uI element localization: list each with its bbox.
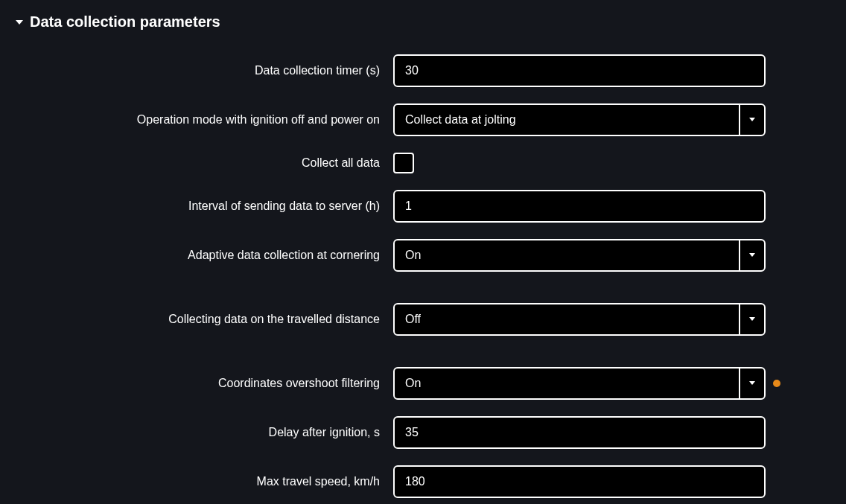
row-adaptive-cornering: Adaptive data collection at cornering On xyxy=(15,239,831,272)
chevron-down-icon[interactable] xyxy=(739,304,764,334)
section-header[interactable]: Data collection parameters xyxy=(15,13,831,31)
svg-marker-4 xyxy=(749,381,755,385)
input-max-travel-speed[interactable] xyxy=(393,465,766,498)
input-data-collection-timer[interactable] xyxy=(393,54,766,87)
select-adaptive-cornering[interactable]: On xyxy=(393,239,766,272)
row-collect-all-data: Collect all data xyxy=(15,153,831,173)
label-adaptive-cornering: Adaptive data collection at cornering xyxy=(15,249,393,262)
label-delay-after-ignition: Delay after ignition, s xyxy=(15,426,393,439)
row-delay-after-ignition: Delay after ignition, s xyxy=(15,416,831,449)
settings-panel: Data collection parameters Data collecti… xyxy=(0,0,846,498)
select-travelled-distance-value[interactable]: Off xyxy=(395,304,739,334)
select-travelled-distance[interactable]: Off xyxy=(393,303,766,336)
svg-marker-3 xyxy=(749,317,755,321)
label-interval-sending: Interval of sending data to server (h) xyxy=(15,200,393,213)
label-collect-all-data: Collect all data xyxy=(15,156,393,170)
select-operation-mode[interactable]: Collect data at jolting xyxy=(393,103,766,136)
row-max-travel-speed: Max travel speed, km/h xyxy=(15,465,831,498)
svg-marker-0 xyxy=(16,20,23,25)
chevron-down-icon[interactable] xyxy=(739,240,764,270)
row-interval-sending: Interval of sending data to server (h) xyxy=(15,190,831,223)
chevron-down-icon[interactable] xyxy=(739,105,764,135)
svg-marker-2 xyxy=(749,253,755,257)
select-adaptive-cornering-value[interactable]: On xyxy=(395,240,739,270)
changed-indicator-icon xyxy=(773,380,780,387)
label-operation-mode: Operation mode with ignition off and pow… xyxy=(15,113,393,127)
row-data-collection-timer: Data collection timer (s) xyxy=(15,54,831,87)
input-delay-after-ignition[interactable] xyxy=(393,416,766,449)
select-overshoot-filtering-value[interactable]: On xyxy=(395,369,739,398)
label-max-travel-speed: Max travel speed, km/h xyxy=(15,475,393,488)
form-rows: Data collection timer (s) Operation mode… xyxy=(15,54,831,498)
chevron-down-icon[interactable] xyxy=(739,369,764,398)
select-overshoot-filtering[interactable]: On xyxy=(393,367,766,400)
checkbox-collect-all-data[interactable] xyxy=(393,153,414,173)
row-travelled-distance: Collecting data on the travelled distanc… xyxy=(15,303,831,336)
select-operation-mode-value[interactable]: Collect data at jolting xyxy=(395,105,739,135)
input-interval-sending[interactable] xyxy=(393,190,766,223)
label-data-collection-timer: Data collection timer (s) xyxy=(15,64,393,77)
label-travelled-distance: Collecting data on the travelled distanc… xyxy=(15,313,393,326)
label-overshoot-filtering: Coordinates overshoot filtering xyxy=(15,377,393,390)
svg-marker-1 xyxy=(749,118,755,121)
section-title: Data collection parameters xyxy=(30,13,220,31)
row-overshoot-filtering: Coordinates overshoot filtering On xyxy=(15,367,831,400)
row-operation-mode: Operation mode with ignition off and pow… xyxy=(15,103,831,136)
caret-down-icon xyxy=(15,18,24,27)
